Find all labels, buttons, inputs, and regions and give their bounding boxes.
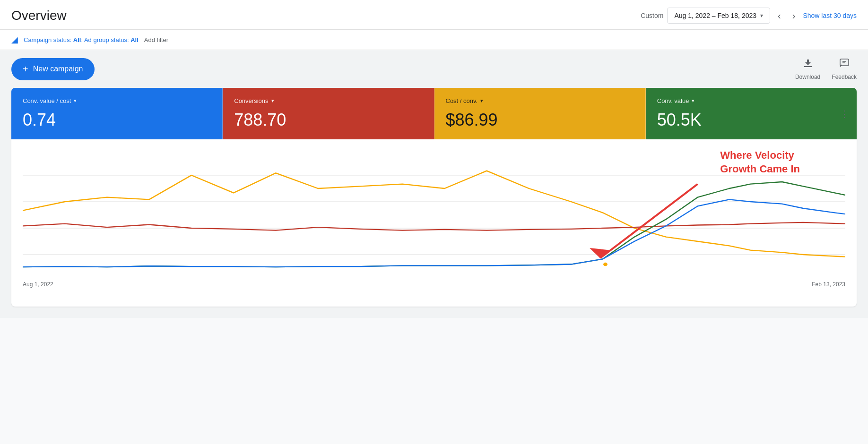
download-button[interactable]: Download: [795, 58, 820, 80]
prev-date-button[interactable]: ‹: [774, 9, 785, 23]
metric-label-conv-value-cost[interactable]: Conv. value / cost ▾: [23, 97, 211, 104]
filter-icon: ◢: [11, 34, 18, 45]
feedback-icon: [839, 58, 850, 72]
campaign-status-value: All: [73, 36, 81, 43]
chart-area: Where VelocityGrowth Came In: [11, 139, 857, 307]
feedback-button[interactable]: Feedback: [832, 58, 857, 80]
main-content: Conv. value / cost ▾ 0.74 Conversions ▾ …: [0, 88, 868, 318]
download-label: Download: [795, 74, 820, 80]
chevron-down-icon: ▾: [480, 98, 483, 104]
date-label: Custom: [641, 12, 663, 19]
chevron-down-icon: ▾: [74, 98, 77, 104]
campaign-status-label: Campaign status:: [24, 36, 73, 43]
show-last-30-days-link[interactable]: Show last 30 days: [803, 12, 857, 19]
date-controls: Custom Aug 1, 2022 – Feb 18, 2023 ▾ ‹ › …: [641, 8, 857, 24]
filter-sep: ; Ad group status:: [81, 36, 130, 43]
chevron-down-icon: ▾: [271, 98, 274, 104]
metric-value-conversions: 788.70: [234, 110, 422, 130]
chart-dates: Aug 1, 2022 Feb 13, 2023: [23, 281, 845, 288]
metric-label-conversions[interactable]: Conversions ▾: [234, 97, 422, 104]
page-title: Overview: [11, 8, 67, 23]
plus-icon: +: [23, 64, 28, 75]
toolbar-actions: Download Feedback: [795, 58, 857, 80]
new-campaign-button[interactable]: + New campaign: [11, 58, 95, 80]
chart-end-date: Feb 13, 2023: [812, 281, 845, 288]
metric-value-cost-conv: $86.99: [446, 110, 634, 130]
metric-value-conv-value-cost: 0.74: [23, 110, 211, 130]
metric-card-cost-conv: Cost / conv. ▾ $86.99: [434, 88, 646, 139]
metric-value-conv-value: 50.5K: [657, 110, 845, 130]
metric-card-conv-value: Conv. value ▾ 50.5K ⋮: [646, 88, 857, 139]
filter-status-text[interactable]: Campaign status: All; Ad group status: A…: [24, 36, 139, 43]
svg-rect-0: [840, 59, 849, 66]
svg-point-9: [603, 262, 608, 266]
date-range-button[interactable]: Aug 1, 2022 – Feb 18, 2023 ▾: [667, 8, 770, 24]
metric-label-conv-value[interactable]: Conv. value ▾: [657, 97, 845, 104]
filter-bar: ◢ Campaign status: All; Ad group status:…: [0, 30, 868, 50]
feedback-label: Feedback: [832, 74, 857, 80]
top-bar: Overview Custom Aug 1, 2022 – Feb 18, 20…: [0, 0, 868, 30]
new-campaign-label: New campaign: [33, 65, 83, 73]
svg-line-7: [600, 184, 697, 258]
more-options-button[interactable]: ⋮: [838, 106, 851, 121]
metric-card-conv-value-cost: Conv. value / cost ▾ 0.74: [11, 88, 223, 139]
metrics-chart-container: Conv. value / cost ▾ 0.74 Conversions ▾ …: [11, 88, 857, 307]
toolbar: + New campaign Download Feedback: [0, 50, 868, 88]
chevron-down-icon: ▾: [692, 98, 694, 104]
metric-label-cost-conv[interactable]: Cost / conv. ▾: [446, 97, 634, 104]
chart-svg: [23, 149, 845, 281]
add-filter-button[interactable]: Add filter: [144, 36, 168, 43]
chart-start-date: Aug 1, 2022: [23, 281, 53, 288]
chevron-down-icon: ▾: [760, 12, 763, 19]
date-range-text: Aug 1, 2022 – Feb 18, 2023: [674, 12, 756, 19]
adgroup-status-value: All: [130, 36, 139, 43]
download-icon: [802, 58, 814, 72]
metric-card-conversions: Conversions ▾ 788.70: [223, 88, 434, 139]
next-date-button[interactable]: ›: [789, 9, 799, 23]
metrics-row: Conv. value / cost ▾ 0.74 Conversions ▾ …: [11, 88, 857, 139]
